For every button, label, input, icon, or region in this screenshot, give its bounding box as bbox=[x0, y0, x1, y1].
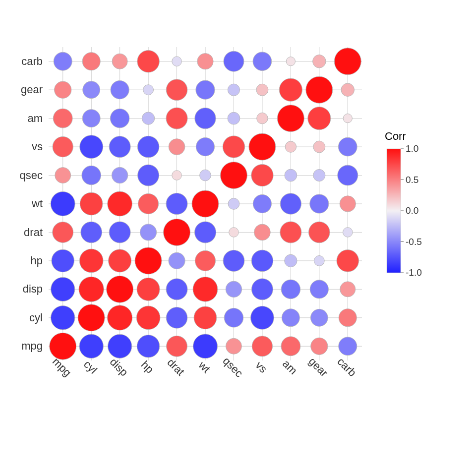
corr-bubble bbox=[256, 84, 268, 96]
corr-bubble bbox=[193, 334, 218, 358]
corr-bubble bbox=[55, 168, 71, 183]
corr-bubble bbox=[50, 333, 76, 359]
corr-bubble bbox=[306, 76, 333, 103]
y-tick-label: qsec bbox=[20, 169, 43, 181]
corr-bubble bbox=[109, 222, 130, 243]
y-tick-label: vs bbox=[32, 140, 43, 153]
corr-bubble bbox=[252, 336, 272, 357]
y-tick-label: mpg bbox=[21, 340, 43, 352]
corr-bubble bbox=[81, 222, 102, 243]
corr-bubble bbox=[223, 136, 244, 158]
corr-bubble bbox=[251, 164, 273, 186]
corr-bubble bbox=[82, 166, 101, 185]
corr-bubble bbox=[55, 81, 71, 98]
corr-bubble bbox=[51, 277, 75, 301]
corr-bubble bbox=[194, 222, 216, 243]
corr-bubble bbox=[277, 105, 304, 132]
corr-bubble bbox=[137, 335, 160, 358]
corr-bubble bbox=[310, 309, 328, 326]
corr-bubble bbox=[253, 194, 271, 213]
corr-bubble bbox=[257, 113, 268, 123]
y-tick-label: disp bbox=[23, 283, 43, 295]
y-tick-label: carb bbox=[21, 55, 43, 67]
corr-bubble bbox=[80, 135, 103, 159]
corr-bubble bbox=[107, 305, 132, 330]
corr-bubble bbox=[195, 108, 216, 128]
corr-bubble bbox=[169, 252, 185, 269]
corr-bubble bbox=[166, 108, 187, 129]
corr-bubble bbox=[228, 198, 239, 210]
corr-bubble bbox=[137, 50, 160, 72]
corr-bubble bbox=[166, 279, 187, 300]
y-tick-label: wt bbox=[31, 197, 43, 210]
corr-bubble bbox=[229, 228, 239, 238]
corr-bubble bbox=[110, 109, 129, 128]
corr-bubble bbox=[140, 224, 157, 240]
corr-bubble bbox=[52, 249, 74, 272]
corr-bubble bbox=[254, 224, 271, 240]
corr-bubble bbox=[108, 334, 132, 358]
corr-bubble bbox=[338, 165, 358, 185]
corr-bubble bbox=[79, 277, 104, 301]
legend-tick-label: -0.5 bbox=[406, 237, 422, 247]
corr-bubble bbox=[251, 279, 273, 300]
corr-bubble bbox=[53, 136, 73, 157]
corr-bubble bbox=[51, 306, 75, 330]
corr-bubble bbox=[339, 337, 357, 356]
corr-bubble bbox=[169, 139, 185, 155]
corr-bubble bbox=[253, 52, 272, 71]
chart-root: mpgcyldisphpdratwtqsecvsamgearcarbmpgcyl… bbox=[0, 0, 476, 476]
x-tick-label: hp bbox=[139, 358, 156, 376]
corr-bubble bbox=[172, 57, 182, 66]
corr-bubble bbox=[285, 141, 296, 152]
corr-bubble bbox=[80, 192, 103, 215]
corr-bubble bbox=[137, 278, 160, 300]
corr-bubble bbox=[340, 282, 356, 297]
corr-bubble bbox=[192, 190, 219, 217]
corr-bubble bbox=[309, 222, 330, 243]
corr-bubble bbox=[138, 193, 159, 214]
corr-bubble bbox=[195, 250, 215, 271]
corr-bubble bbox=[338, 137, 357, 156]
corr-bubble bbox=[249, 133, 276, 160]
x-tick-label: wt bbox=[196, 358, 213, 375]
corr-bubble bbox=[107, 276, 133, 302]
corr-bubble bbox=[226, 281, 242, 298]
corr-bubble bbox=[228, 84, 239, 96]
corr-bubble bbox=[250, 306, 274, 329]
corr-bubble bbox=[164, 219, 190, 245]
corr-bubble bbox=[142, 112, 154, 124]
corr-bubble bbox=[112, 54, 127, 69]
corr-bubble bbox=[172, 171, 182, 180]
corr-bubble bbox=[341, 83, 354, 96]
corr-bubble bbox=[135, 247, 162, 274]
corr-bubble bbox=[54, 52, 72, 70]
corr-bubble bbox=[138, 165, 159, 186]
corr-bubble bbox=[111, 81, 129, 99]
corr-bubble bbox=[310, 280, 328, 298]
corr-bubble bbox=[166, 79, 187, 101]
corr-bubble bbox=[310, 194, 329, 213]
corr-bubble bbox=[313, 55, 326, 67]
corr-bubble bbox=[79, 334, 103, 358]
corr-bubble bbox=[166, 307, 187, 329]
corr-bubble bbox=[143, 85, 154, 95]
corr-bubble bbox=[200, 170, 211, 181]
corr-bubble bbox=[194, 306, 217, 329]
x-tick-label: cyl bbox=[81, 358, 100, 376]
legend-tick-label: 1.0 bbox=[406, 143, 418, 154]
corr-bubble bbox=[136, 306, 160, 330]
corr-bubble bbox=[228, 112, 240, 124]
corr-bubble bbox=[281, 280, 300, 299]
corr-bubble bbox=[224, 308, 243, 328]
corr-bubble bbox=[282, 309, 299, 327]
corr-bubble bbox=[167, 336, 187, 357]
corr-bubble bbox=[285, 169, 297, 181]
corr-bubble bbox=[109, 249, 131, 272]
corr-bubble bbox=[343, 114, 352, 123]
y-tick-label: drat bbox=[24, 226, 43, 238]
corr-bubble bbox=[82, 110, 100, 127]
corr-bubble bbox=[112, 167, 128, 183]
corr-bubble bbox=[285, 254, 297, 267]
y-tick-label: am bbox=[27, 112, 43, 124]
